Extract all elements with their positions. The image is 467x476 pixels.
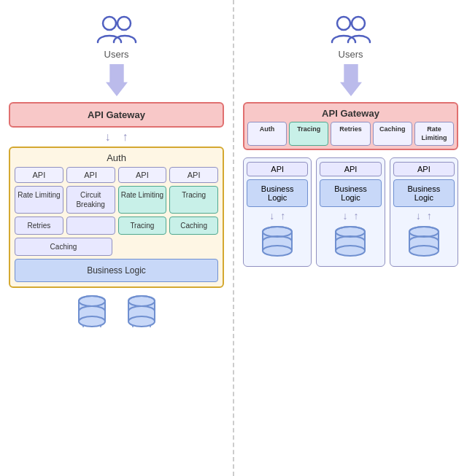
business-logic-left: Business Logic (15, 259, 218, 282)
db-icon-left-1 (76, 294, 108, 333)
svc-arrow-up-0: ↑ (280, 210, 285, 222)
feat-7: Caching (169, 216, 218, 235)
svg-point-40 (336, 246, 365, 256)
service-col-2: API BusinessLogic ↓ ↑ (390, 157, 458, 267)
api-cell-3: API (169, 167, 218, 183)
svc-bl-0: BusinessLogic (247, 179, 308, 207)
arrow-down-right (339, 64, 363, 96)
users-label-left: Users (104, 49, 129, 60)
db-icon-right-2 (406, 225, 442, 262)
db-icon-left-2 (126, 294, 158, 333)
svg-marker-2 (106, 64, 128, 96)
users-icon-left (95, 13, 139, 46)
service-col-0: API BusinessLogic ↓ ↑ (243, 157, 312, 267)
feat-6: Tracing (118, 216, 167, 235)
gf-rate-limiting: Rate Limiting (414, 122, 454, 146)
svc-arrow-up-2: ↑ (427, 210, 432, 222)
arrow-down-sm-left: ↓ (105, 130, 111, 144)
gf-retries: Retries (331, 122, 370, 146)
feat-2: Rate Limiting (118, 186, 167, 214)
right-panel: Users API Gateway Auth Tracing Retries C… (234, 0, 467, 476)
service-col-1: API BusinessLogic ↓ ↑ (316, 157, 385, 267)
svg-point-32 (263, 246, 292, 256)
arrow-down-left (104, 64, 129, 96)
api-cell-0: API (15, 167, 63, 183)
right-diagram: API Gateway Auth Tracing Retries Caching… (243, 102, 458, 267)
api-gateway-left: API Gateway (9, 102, 224, 128)
svg-point-48 (409, 246, 439, 256)
svc-arrow-down-2: ↓ (416, 210, 421, 222)
gf-auth: Auth (247, 122, 287, 146)
inner-box-left: Auth API API API API Rate Limiting Circu… (9, 147, 224, 288)
svc-api-0: API (247, 162, 308, 176)
arrows-row-left: ↓ ↑ (9, 130, 224, 144)
svc-arrow-up-1: ↑ (353, 210, 358, 222)
arrow-up-sm-left: ↑ (123, 130, 128, 144)
db-row-left (9, 294, 224, 333)
feat-1: Circuit Breaking (66, 186, 115, 214)
svc-bl-1: BusinessLogic (320, 179, 381, 207)
svg-point-25 (337, 17, 350, 30)
svc-bl-2: BusinessLogic (393, 179, 455, 207)
svg-point-18 (128, 316, 155, 327)
api-gateway-label-right: API Gateway (247, 108, 454, 119)
feat-4: Retries (15, 216, 63, 235)
left-panel: Users API Gateway ↓ ↑ Auth API API API A… (0, 0, 234, 476)
gf-caching: Caching (373, 122, 412, 146)
features-grid-left: Rate Limiting Circuit Breaking Rate Limi… (15, 186, 218, 235)
services-row: API BusinessLogic ↓ ↑ API (243, 157, 458, 267)
svg-point-26 (352, 17, 365, 30)
api-cell-2: API (118, 167, 167, 183)
gf-tracing: Tracing (289, 122, 328, 146)
users-icon-right (329, 13, 373, 46)
db-icon-right-1 (332, 225, 368, 262)
svc-arrows-0: ↓ ↑ (269, 210, 285, 222)
feat-0: Rate Limiting (15, 186, 63, 214)
svc-arrow-down-1: ↓ (342, 210, 347, 222)
apis-row-left: API API API API (15, 167, 218, 183)
auth-label-left: Auth (15, 152, 218, 163)
svc-api-1: API (320, 162, 381, 176)
gateway-features-row: Auth Tracing Retries Caching Rate Limiti… (247, 122, 454, 146)
svg-point-0 (103, 17, 116, 30)
db-icon-right-0 (259, 225, 296, 262)
caching-cell: Caching (15, 238, 112, 256)
feat-5 (66, 216, 115, 235)
svg-marker-27 (340, 64, 362, 96)
left-diagram: API Gateway ↓ ↑ Auth API API API API Rat… (9, 102, 224, 333)
users-label-right: Users (339, 49, 363, 60)
api-gateway-right: API Gateway Auth Tracing Retries Caching… (243, 102, 458, 150)
feat-3: Tracing (169, 186, 218, 214)
svc-arrows-1: ↓ ↑ (342, 210, 358, 222)
api-cell-1: API (66, 167, 115, 183)
svg-point-1 (117, 17, 131, 30)
svc-arrow-down-0: ↓ (269, 210, 274, 222)
svg-point-7 (79, 316, 105, 327)
svc-arrows-2: ↓ ↑ (416, 210, 432, 222)
svc-api-2: API (393, 162, 455, 176)
